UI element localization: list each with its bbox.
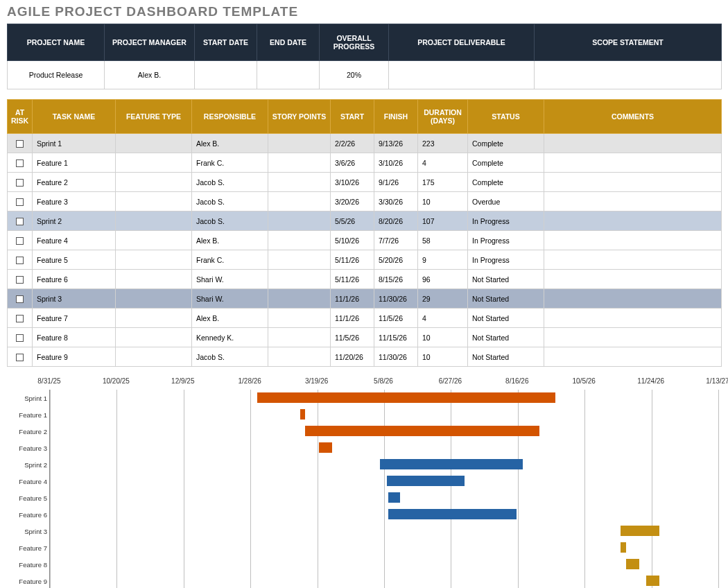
tasks-cell: Sprint 2 [33, 211, 116, 231]
table-row: Feature 9Jacob S.11/20/2611/30/2610Not S… [8, 347, 722, 367]
gantt-axis-tick: 1/28/26 [239, 377, 261, 385]
tasks-cell [268, 211, 331, 231]
tasks-cell [116, 192, 192, 211]
tasks-cell [8, 211, 33, 231]
gantt-row: Sprint 2 [50, 456, 718, 473]
tasks-cell: Not Started [468, 309, 544, 328]
tasks-header: TASK NAME [33, 100, 116, 134]
at-risk-checkbox[interactable] [16, 218, 24, 225]
tasks-cell: Feature 2 [33, 173, 116, 192]
tasks-cell: 10 [418, 328, 468, 347]
gantt-row-label: Feature 6 [10, 511, 47, 519]
gantt-row: Feature 7 [50, 539, 718, 556]
gantt-bar [300, 409, 306, 420]
tasks-cell [268, 270, 331, 289]
tasks-header: COMMENTS [544, 100, 722, 134]
tasks-cell [8, 250, 33, 270]
tasks-cell: 11/5/26 [374, 309, 418, 328]
at-risk-checkbox[interactable] [16, 276, 24, 284]
tasks-cell [116, 289, 192, 309]
at-risk-checkbox[interactable] [16, 257, 24, 264]
tasks-cell: Frank C. [192, 250, 268, 270]
tasks-cell: 9/1/26 [374, 173, 418, 192]
tasks-cell: Feature 6 [33, 270, 116, 289]
summary-header: SCOPE STATEMENT [535, 24, 722, 61]
table-row: Feature 5Frank C.5/11/265/20/269In Progr… [8, 250, 722, 270]
tasks-cell: 2/2/26 [331, 134, 374, 153]
tasks-cell: 4 [418, 309, 468, 328]
gantt-row: Feature 5 [50, 490, 718, 506]
tasks-cell [268, 309, 331, 328]
tasks-cell: 9/13/26 [374, 134, 418, 153]
tasks-cell [8, 134, 33, 153]
tasks-cell: 11/1/26 [331, 309, 374, 328]
at-risk-checkbox[interactable] [16, 237, 24, 245]
tasks-cell: Not Started [468, 270, 544, 289]
tasks-cell [544, 289, 722, 309]
tasks-cell: 5/5/26 [331, 211, 374, 231]
tasks-cell: Shari W. [192, 270, 268, 289]
at-risk-checkbox[interactable] [16, 315, 24, 322]
tasks-cell: In Progress [468, 250, 544, 270]
tasks-cell: Feature 1 [33, 153, 116, 173]
tasks-cell: Complete [468, 173, 544, 192]
tasks-cell: 8/15/26 [374, 270, 418, 289]
gantt-axis-tick: 6/27/26 [439, 377, 462, 385]
tasks-cell [268, 134, 331, 153]
at-risk-checkbox[interactable] [16, 198, 24, 206]
tasks-cell [116, 328, 192, 347]
at-risk-checkbox[interactable] [16, 334, 24, 342]
tasks-cell: 8/20/26 [374, 211, 418, 231]
table-row: Feature 1Frank C.3/6/263/10/264Complete [8, 153, 722, 173]
at-risk-checkbox[interactable] [16, 295, 24, 303]
tasks-cell: 4 [418, 153, 468, 173]
tasks-cell: 3/20/26 [331, 192, 374, 211]
summary-cell: Product Release [8, 61, 105, 89]
tasks-cell [116, 153, 192, 173]
tasks-cell: Overdue [468, 192, 544, 211]
tasks-cell [8, 347, 33, 367]
tasks-cell [544, 153, 722, 173]
tasks-cell: Jacob S. [192, 173, 268, 192]
gantt-row-label: Sprint 1 [10, 395, 47, 402]
tasks-cell [116, 250, 192, 270]
at-risk-checkbox[interactable] [16, 140, 24, 148]
summary-cell [195, 61, 257, 89]
gantt-row-label: Feature 2 [10, 428, 47, 435]
gantt-axis-tick: 8/31/25 [37, 377, 60, 385]
at-risk-checkbox[interactable] [16, 159, 24, 167]
tasks-cell: 5/20/26 [374, 250, 418, 270]
gantt-row-label: Feature 5 [10, 494, 47, 502]
gantt-bar [621, 526, 659, 536]
tasks-cell [8, 153, 33, 173]
tasks-cell: Alex B. [192, 231, 268, 250]
tasks-header: STATUS [468, 100, 544, 134]
at-risk-checkbox[interactable] [16, 354, 24, 361]
tasks-cell: Sprint 3 [33, 289, 116, 309]
tasks-header: STORY POINTS [268, 100, 331, 134]
tasks-cell [268, 328, 331, 347]
summary-cell: 20% [320, 61, 389, 89]
tasks-header: FEATURE TYPE [116, 100, 192, 134]
gantt-row: Feature 4 [50, 473, 718, 490]
tasks-cell [544, 192, 722, 211]
tasks-cell [268, 289, 331, 309]
tasks-cell [268, 173, 331, 192]
table-row: Sprint 1Alex B.2/2/269/13/26223Complete [8, 134, 722, 153]
gantt-bar [257, 392, 555, 403]
gantt-bar [380, 459, 523, 469]
summary-cell [535, 61, 722, 89]
tasks-cell [268, 231, 331, 250]
gantt-axis-tick: 10/20/25 [103, 377, 130, 385]
tasks-cell: Feature 7 [33, 309, 116, 328]
tasks-cell [544, 231, 722, 250]
tasks-cell: 3/10/26 [374, 153, 418, 173]
tasks-cell [116, 173, 192, 192]
gantt-row-label: Feature 7 [10, 544, 47, 552]
at-risk-checkbox[interactable] [16, 179, 24, 187]
tasks-cell: 96 [418, 270, 468, 289]
gantt-bar [388, 509, 517, 519]
tasks-cell [8, 309, 33, 328]
tasks-cell: 175 [418, 173, 468, 192]
table-row: Sprint 2Jacob S.5/5/268/20/26107In Progr… [8, 211, 722, 231]
